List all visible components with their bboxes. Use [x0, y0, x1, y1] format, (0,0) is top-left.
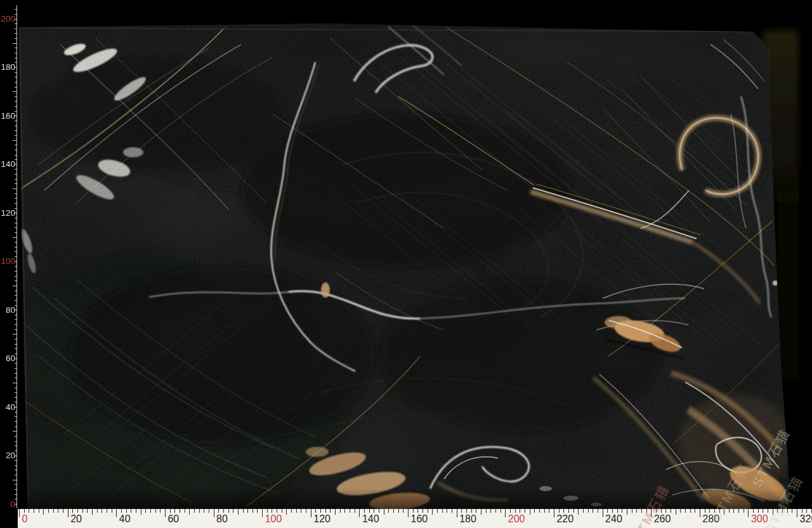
left-ruler-label: 120 [0, 208, 15, 218]
bottom-ruler-label: 40 [119, 513, 131, 525]
bottom-ruler-label: 140 [362, 513, 379, 525]
bottom-ruler-label: 300 [751, 513, 768, 525]
bottom-ruler-label: 0 [22, 513, 28, 525]
bottom-ruler-label: 80 [216, 513, 228, 525]
bottom-ruler-label: 180 [459, 513, 476, 525]
bottom-ruler-label: 160 [411, 513, 428, 525]
left-ruler-label: 100 [0, 256, 15, 267]
left-ruler-label: 0 [0, 499, 15, 510]
bottom-ruler-label: 240 [605, 513, 622, 525]
marble-slab-image [0, 0, 812, 528]
left-ruler-label: 140 [0, 159, 15, 169]
left-ruler-label: 20 [0, 451, 15, 461]
left-ruler-label: 200 [0, 14, 15, 24]
bottom-ruler-label: 100 [265, 513, 282, 525]
bottom-ruler-label: 200 [508, 513, 525, 525]
left-ruler-label: 40 [0, 402, 15, 412]
bottom-ruler-label: 260 [654, 513, 671, 525]
slab-scan-canvas: 020406080100120140160180200 020406080100… [0, 0, 812, 528]
bottom-ruler-label: 60 [167, 513, 179, 525]
bottom-ruler-label: 20 [70, 513, 82, 525]
left-ruler-label: 60 [0, 353, 15, 364]
bottom-ruler: 0204060801001201401601802002202402602803… [18, 509, 812, 528]
bottom-ruler-label: 320 [800, 513, 812, 525]
left-ruler-label: 160 [0, 111, 15, 121]
left-ruler-label: 180 [0, 62, 15, 72]
left-ruler-label: 80 [0, 305, 15, 315]
bottom-ruler-label: 280 [702, 513, 719, 525]
bottom-ruler-label: 220 [556, 513, 573, 525]
bottom-ruler-label: 120 [313, 513, 331, 525]
